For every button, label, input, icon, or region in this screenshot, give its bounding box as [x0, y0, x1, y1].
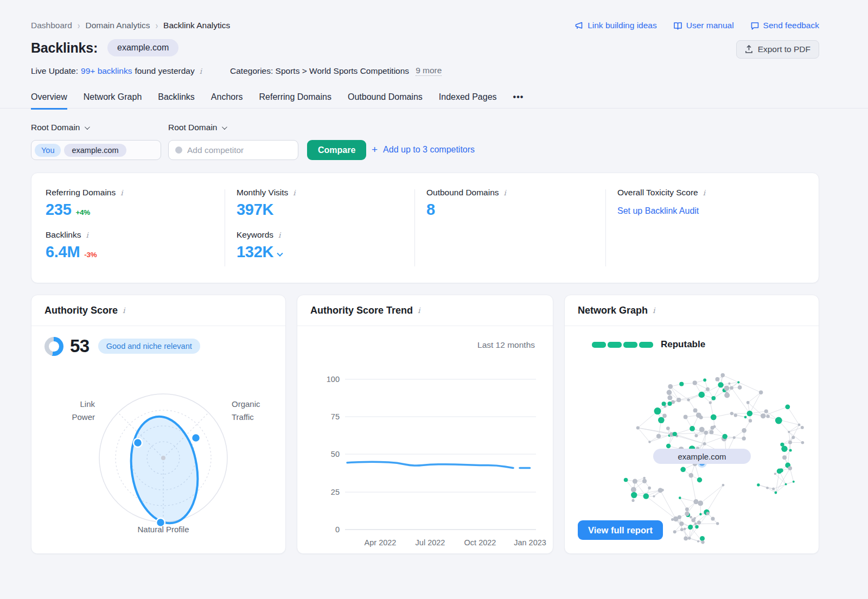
x-tick: Jul 2022 — [416, 538, 445, 547]
backlink-analytics-page: Dashboard › Domain Analytics › Backlink … — [0, 0, 868, 599]
info-icon[interactable]: i — [504, 188, 506, 197]
metrics-col-1: Referring Domainsi 235 +4% Backlinksi 6.… — [46, 173, 123, 261]
network-header: Network Graph i — [565, 295, 819, 326]
tab-indexed-pages[interactable]: Indexed Pages — [439, 92, 497, 110]
book-icon — [673, 21, 682, 30]
network-domain-pill: example.com — [653, 449, 751, 464]
metrics-col-4: Overall Toxicity Scorei Set up Backlink … — [617, 173, 705, 216]
new-backlinks-link[interactable]: 99+ backlinks — [81, 66, 132, 76]
header-links: Link building ideas User manual Send fee… — [575, 21, 819, 30]
y-tick: 25 — [331, 488, 340, 496]
you-domain-field: You example.com — [31, 140, 161, 160]
trend-line — [347, 462, 513, 468]
tab-anchors[interactable]: Anchors — [211, 92, 243, 110]
outbound-domains-label: Outbound Domainsi — [426, 188, 506, 197]
metrics-col-2: Monthly Visitsi 397K Keywordsi 132K — [237, 173, 296, 261]
trend-period-label: Last 12 months — [477, 340, 535, 349]
backlinks-value: 6.4M -3% — [46, 243, 123, 261]
plus-icon: + — [372, 144, 378, 156]
page-title: Backlinks: — [31, 40, 98, 56]
chat-bubble-icon — [750, 21, 760, 30]
outbound-domains-value: 8 — [426, 201, 506, 219]
breadcrumb: Dashboard › Domain Analytics › Backlink … — [31, 21, 230, 30]
tab-backlinks[interactable]: Backlinks — [158, 92, 195, 110]
authority-profile-radar-chart: Link Power Organic Traffic Natural Profi… — [31, 326, 286, 555]
summary-metrics-card: Referring Domainsi 235 +4% Backlinksi 6.… — [31, 173, 819, 283]
export-icon — [745, 45, 753, 54]
link-building-ideas-link[interactable]: Link building ideas — [575, 21, 657, 30]
breadcrumb-dashboard[interactable]: Dashboard — [31, 21, 72, 30]
keywords-label: Keywordsi — [237, 230, 296, 240]
y-tick: 50 — [331, 450, 340, 458]
x-tick: Oct 2022 — [464, 538, 496, 547]
compare-button[interactable]: Compare — [307, 140, 366, 160]
divider — [225, 189, 225, 266]
tab-overview[interactable]: Overview — [31, 92, 67, 110]
radar-label-power: Power — [72, 412, 95, 422]
keywords-expand-chevron-icon[interactable] — [277, 251, 283, 257]
tab-outbound-domains[interactable]: Outbound Domains — [348, 92, 423, 110]
export-to-pdf-button[interactable]: Export to PDF — [736, 40, 819, 59]
your-domain-chip: example.com — [64, 144, 126, 157]
info-icon[interactable]: i — [200, 67, 202, 75]
y-tick: 75 — [331, 412, 340, 421]
metrics-col-3: Outbound Domainsi 8 — [426, 173, 506, 219]
toxicity-label: Overall Toxicity Scorei — [617, 188, 705, 197]
info-icon[interactable]: i — [120, 188, 123, 197]
live-update-row: Live Update: 99+ backlinks found yesterd… — [31, 66, 442, 76]
toxicity-setup: Set up Backlink Audit — [617, 206, 705, 216]
add-competitors-link[interactable]: + Add up to 3 competitors — [372, 144, 475, 156]
radar-label-traffic: Traffic — [232, 412, 254, 422]
referring-domains-value: 235 +4% — [46, 201, 123, 219]
network-title: Network Graph — [578, 305, 648, 316]
breadcrumb-current: Backlink Analytics — [163, 21, 230, 30]
monthly-visits-label: Monthly Visitsi — [237, 188, 296, 197]
add-competitor-input[interactable] — [187, 145, 279, 155]
x-tick: Apr 2022 — [365, 538, 397, 547]
competitor-dot-icon — [175, 146, 182, 154]
info-icon[interactable]: i — [278, 231, 280, 239]
send-feedback-link[interactable]: Send feedback — [750, 21, 819, 30]
info-icon[interactable]: i — [653, 306, 655, 315]
info-icon[interactable]: i — [703, 188, 705, 197]
categories-text: Categories: Sports > World Sports Compet… — [230, 66, 409, 76]
view-full-report-button[interactable]: View full report — [578, 520, 663, 540]
referring-domains-delta: +4% — [76, 208, 91, 216]
info-icon[interactable]: i — [86, 231, 88, 239]
live-update-suffix: found yesterday — [135, 66, 194, 76]
radar-point-link-power — [133, 438, 142, 447]
y-tick: 0 — [335, 525, 340, 534]
user-manual-link[interactable]: User manual — [673, 21, 734, 30]
divider — [414, 189, 415, 266]
radar-point-organic-traffic — [192, 434, 200, 442]
y-tick: 100 — [327, 375, 340, 384]
setup-backlink-audit-link[interactable]: Set up Backlink Audit — [617, 206, 699, 215]
divider — [605, 189, 606, 266]
live-update-label: Live Update: — [31, 66, 78, 76]
network-graph-card: Network Graph i Reputable example.com Vi… — [564, 295, 819, 554]
tab-network-graph[interactable]: Network Graph — [84, 92, 142, 110]
info-icon[interactable]: i — [123, 306, 125, 315]
backlinks-delta: -3% — [84, 251, 97, 259]
authority-score-trend-chart: Last 12 months 100 75 50 25 0 Apr 2022 J… — [297, 326, 554, 555]
root-domain-dropdown-2[interactable]: Root Domain — [168, 123, 226, 132]
monthly-visits-value: 397K — [237, 201, 296, 219]
trend-title: Authority Score Trend — [310, 305, 413, 316]
tab-referring-domains[interactable]: Referring Domains — [259, 92, 331, 110]
title-row: Backlinks: example.com — [31, 39, 178, 56]
x-tick: Jan 2023 — [514, 538, 546, 547]
megaphone-icon — [575, 21, 584, 30]
report-tabs: Overview Network Graph Backlinks Anchors… — [31, 92, 524, 110]
breadcrumb-domain-analytics[interactable]: Domain Analytics — [86, 21, 150, 30]
trend-header: Authority Score Trend i — [297, 295, 553, 326]
authority-score-title: Authority Score — [44, 305, 118, 316]
keywords-value: 132K — [237, 243, 296, 261]
info-icon[interactable]: i — [293, 188, 295, 197]
categories-more-link[interactable]: 9 more — [416, 66, 442, 76]
info-icon[interactable]: i — [418, 306, 420, 315]
tabs-overflow-button[interactable]: ••• — [513, 92, 524, 110]
root-domain-dropdown-1[interactable]: Root Domain — [31, 123, 88, 132]
breadcrumb-separator-icon: › — [155, 20, 158, 31]
chevron-down-icon — [222, 124, 227, 130]
authority-score-trend-card: Authority Score Trend i Last 12 months 1… — [297, 295, 553, 554]
